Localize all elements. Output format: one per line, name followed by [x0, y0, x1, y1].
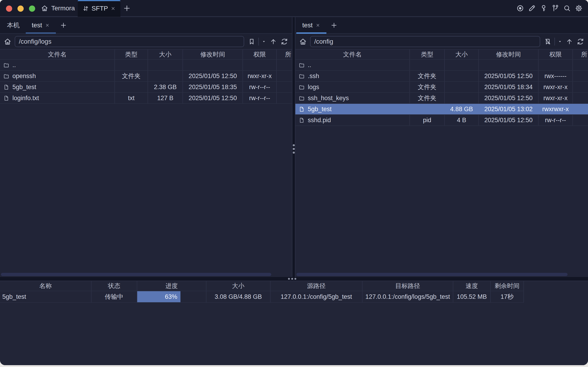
- column-header-filename[interactable]: 文件名: [0, 50, 115, 59]
- left-parent-dir-icon[interactable]: [269, 37, 278, 46]
- column-header-type[interactable]: 类型: [410, 50, 445, 59]
- left-bookmark-dropdown-icon[interactable]: [261, 37, 267, 46]
- left-home-icon[interactable]: [2, 36, 13, 47]
- titlebar-actions: [516, 0, 583, 16]
- file-name: loginfo.txt: [12, 95, 39, 102]
- column-header-mtime[interactable]: 修改时间: [183, 50, 243, 59]
- left-toolbar-buttons: [247, 37, 289, 46]
- minimize-window-button[interactable]: [17, 6, 24, 12]
- column-header-filename[interactable]: 文件名: [295, 50, 410, 59]
- file-name: openssh: [12, 73, 36, 80]
- column-header-perm[interactable]: 权限: [243, 50, 277, 59]
- right-tab-test[interactable]: test: [296, 17, 326, 33]
- edit-icon[interactable]: [528, 4, 536, 12]
- tab-termora-home[interactable]: Termora: [39, 0, 77, 16]
- left-tab-local[interactable]: 本机: [1, 17, 26, 33]
- right-tab-test-label: test: [302, 22, 313, 29]
- branch-icon[interactable]: [551, 4, 560, 12]
- transfer-panel-splitter[interactable]: [0, 277, 588, 281]
- folder-icon: [298, 62, 305, 68]
- search-icon[interactable]: [563, 4, 571, 12]
- left-tab-test[interactable]: test: [26, 17, 56, 33]
- right-refresh-icon[interactable]: [576, 37, 585, 46]
- app-window: Termora SFTP: [0, 0, 588, 365]
- column-header-progress[interactable]: 进度: [137, 281, 206, 291]
- table-row-selected[interactable]: 5gb_test 4.88 GB 2025/01/05 13:02 rwxrwx…: [295, 104, 588, 115]
- key-icon[interactable]: [539, 4, 548, 12]
- right-table-header: 文件名 类型 大小 修改时间 权限 所: [295, 50, 588, 60]
- column-header-size[interactable]: 大小: [148, 50, 183, 59]
- transfer-row[interactable]: 5gb_test 传输中 63% 3.08 GB/4.88 GB 127.0.0…: [0, 291, 588, 303]
- column-header-status[interactable]: 状态: [92, 281, 137, 291]
- left-tab-local-label: 本机: [7, 21, 20, 30]
- table-row[interactable]: ssh_host_keys 文件夹 2025/01/05 12:50 rwxr-…: [295, 93, 588, 104]
- splitter-drag-handle[interactable]: [288, 278, 296, 280]
- column-header-perm[interactable]: 权限: [539, 50, 573, 59]
- file-name: ..: [308, 62, 311, 69]
- right-path-input[interactable]: [310, 36, 540, 47]
- right-pane-toolbar: [295, 34, 588, 50]
- tab-close-icon[interactable]: [110, 6, 116, 11]
- folder-icon: [298, 73, 305, 79]
- file-icon: [298, 106, 305, 112]
- column-header-size[interactable]: 大小: [206, 281, 271, 291]
- column-header-target[interactable]: 目标路径: [363, 281, 453, 291]
- table-row[interactable]: ..: [295, 60, 588, 71]
- table-row[interactable]: openssh 文件夹 2025/01/05 12:50 rwxr-xr-x: [0, 71, 292, 82]
- tab-sftp-label: SFTP: [92, 5, 108, 12]
- new-tab-button[interactable]: [122, 3, 132, 13]
- transfer-arrows-icon: [82, 5, 89, 12]
- table-row[interactable]: loginfo.txt txt 127 B 2025/01/05 12:50 r…: [0, 93, 292, 104]
- left-bookmark-icon[interactable]: [247, 37, 256, 46]
- right-pane-new-tab-button[interactable]: [326, 17, 341, 33]
- left-pane-new-tab-button[interactable]: [56, 17, 71, 33]
- titlebar: Termora SFTP: [0, 0, 588, 17]
- transfer-panel: 名称 状态 进度 大小 源路径 目标路径 速度 剩余时间 5gb_test 传输…: [0, 281, 588, 365]
- close-window-button[interactable]: [6, 6, 12, 12]
- left-file-pane: 本机 test: [0, 17, 292, 277]
- left-tab-test-label: test: [32, 22, 42, 29]
- pane-splitter-vertical[interactable]: [292, 17, 295, 277]
- right-toolbar-buttons: [543, 37, 585, 46]
- record-icon[interactable]: [516, 4, 524, 12]
- file-icon: [298, 117, 305, 123]
- file-name: 5gb_test: [12, 83, 36, 91]
- column-header-size[interactable]: 大小: [445, 50, 479, 59]
- file-icon: [3, 84, 9, 90]
- column-header-speed[interactable]: 速度: [453, 281, 491, 291]
- right-home-icon[interactable]: [298, 36, 308, 47]
- right-tab-close-icon[interactable]: [315, 23, 320, 28]
- left-horizontal-scrollbar[interactable]: [1, 273, 271, 276]
- file-name: ssh_host_keys: [308, 95, 349, 102]
- splitter-drag-handle[interactable]: [293, 144, 295, 154]
- left-refresh-icon[interactable]: [280, 37, 289, 46]
- right-horizontal-scrollbar[interactable]: [296, 273, 568, 276]
- column-header-owner[interactable]: 所: [277, 50, 292, 59]
- table-row[interactable]: ..: [0, 60, 292, 71]
- table-row[interactable]: .ssh 文件夹 2025/01/05 12:50 rwx------: [295, 71, 588, 82]
- table-row[interactable]: sshd.pid pid 4 B 2025/01/05 12:50 rw-r--…: [295, 115, 588, 126]
- settings-gear-icon[interactable]: [575, 4, 583, 12]
- progress-label: 63%: [165, 293, 177, 300]
- toolbar-separator: [258, 38, 259, 45]
- tab-sftp[interactable]: SFTP: [78, 0, 120, 17]
- right-bookmark-dropdown-icon[interactable]: [557, 37, 563, 46]
- window-controls: [6, 6, 35, 12]
- right-bookmark-off-icon[interactable]: [543, 37, 552, 46]
- right-parent-dir-icon[interactable]: [565, 37, 574, 46]
- right-file-pane: test: [295, 17, 588, 277]
- right-file-table: 文件名 类型 大小 修改时间 权限 所 .. .ssh: [295, 50, 588, 126]
- column-header-type[interactable]: 类型: [115, 50, 148, 59]
- folder-icon: [298, 95, 305, 101]
- column-header-remaining[interactable]: 剩余时间: [491, 281, 524, 291]
- table-row[interactable]: logs 文件夹 2025/01/05 18:34 rwxr-xr-x: [295, 82, 588, 93]
- column-header-owner[interactable]: 所: [573, 50, 588, 59]
- column-header-source[interactable]: 源路径: [271, 281, 363, 291]
- zoom-window-button[interactable]: [29, 6, 35, 12]
- table-row[interactable]: 5gb_test 2.38 GB 2025/01/05 18:35 rw-r--…: [0, 82, 292, 93]
- column-header-name[interactable]: 名称: [0, 281, 92, 291]
- column-header-mtime[interactable]: 修改时间: [479, 50, 539, 59]
- left-path-input[interactable]: [15, 36, 244, 47]
- left-tab-close-icon[interactable]: [45, 23, 50, 28]
- tab-termora-label: Termora: [51, 5, 75, 12]
